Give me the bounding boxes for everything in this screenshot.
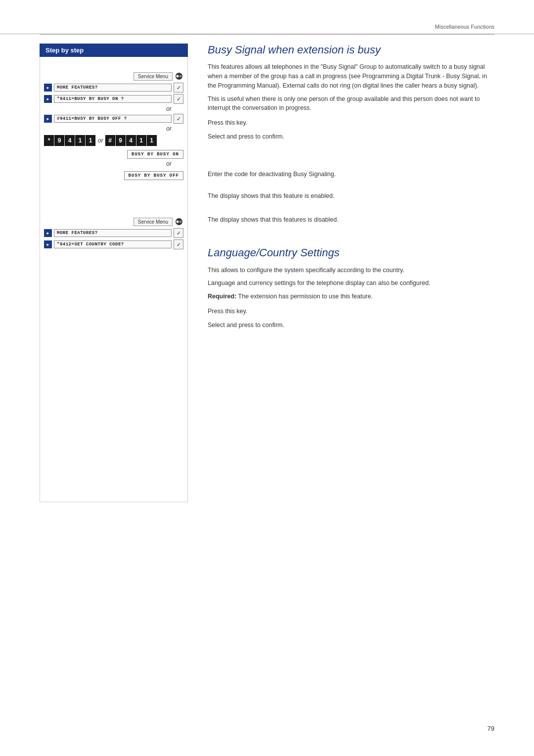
page-header: Miscellaneous Functions xyxy=(0,0,534,34)
step-by-step-body: Service Menu ► MORE FEATURES? ✓ ► *94 xyxy=(40,57,188,502)
key-1-3: 1 xyxy=(136,135,146,146)
check-btn-1[interactable]: ✓ xyxy=(174,83,183,93)
phone-icon-2 xyxy=(175,217,183,226)
instruction-text-5: The display shows that this features is … xyxy=(208,215,494,225)
section1-para2: This is useful when there is only one pe… xyxy=(208,94,494,113)
section2-body: This allows to configure the system spec… xyxy=(208,266,494,301)
or-row-2: or xyxy=(44,125,183,132)
check-btn-5[interactable]: ✓ xyxy=(174,239,183,249)
code-or: or xyxy=(98,137,103,144)
display-row-on: BUSY BY BUSY ON xyxy=(44,150,183,159)
or-row-1: or xyxy=(44,105,183,112)
svg-point-5 xyxy=(179,221,182,223)
instruction-row-1: Press this key. xyxy=(208,118,494,130)
busy-on-row: ► *9411=BUSY BY BUSY ON ? ✓ xyxy=(44,94,183,104)
arrow-icon-5[interactable]: ► xyxy=(44,240,52,248)
instruction-row-5: The display shows that this features is … xyxy=(208,215,494,227)
key-4-2: 4 xyxy=(126,135,136,146)
key-1-2: 1 xyxy=(86,135,95,146)
service-menu-row-2: Service Menu xyxy=(44,217,183,226)
or-row-3: or xyxy=(44,160,183,167)
instruction-row-4: The display shows that this feature is e… xyxy=(208,191,494,203)
more-features-row-2: ► MORE FEATURES? ✓ xyxy=(44,228,183,238)
code-keys-row: * 9 4 1 1 or # 9 4 1 1 xyxy=(44,135,183,146)
svg-point-1 xyxy=(177,75,179,78)
display-busy-on: BUSY BY BUSY ON xyxy=(127,150,183,159)
check-btn-2[interactable]: ✓ xyxy=(174,94,183,104)
arrow-icon-3[interactable]: ► xyxy=(44,115,52,123)
arrow-icon-2[interactable]: ► xyxy=(44,95,52,103)
more-features-row-1: ► MORE FEATURES? ✓ xyxy=(44,83,183,93)
display-row-off: BUSY BY BUSY OFF xyxy=(44,171,183,180)
instruction-row-6: Press this key. xyxy=(208,306,494,318)
arrow-icon-1[interactable]: ► xyxy=(44,84,52,92)
busy-off-row: ► #9411=BUSY BY BUSY OFF ? ✓ xyxy=(44,114,183,124)
spacer-2 xyxy=(208,157,494,169)
service-menu-btn-2[interactable]: Service Menu xyxy=(134,218,173,226)
service-menu-btn-1[interactable]: Service Menu xyxy=(134,72,173,81)
section2-required-rest: The extension has permission to use this… xyxy=(236,293,373,300)
section1-body: This features allows all telephones in t… xyxy=(208,62,494,113)
page-number: 79 xyxy=(488,725,494,732)
spacer-3 xyxy=(208,183,494,191)
right-column: Busy Signal when extension is busy This … xyxy=(198,35,494,502)
section2-required-bold: Required: xyxy=(208,293,236,300)
instruction-row-2: Select and press to confirm. xyxy=(208,132,494,143)
busy-on-label: *9411=BUSY BY BUSY ON ? xyxy=(54,95,172,103)
step-by-step-header: Step by step xyxy=(40,44,188,57)
key-1-4: 1 xyxy=(147,135,157,146)
left-column: Step by step Service Menu ► MORE FEATURE… xyxy=(40,35,198,502)
instruction-text-3: Enter the code for deactivating Busy Sig… xyxy=(208,169,494,179)
instruction-text-1: Press this key. xyxy=(208,118,494,128)
country-code-row: ► *9412=SET COUNTRY CODE? ✓ xyxy=(44,239,183,249)
instruction-text-2: Select and press to confirm. xyxy=(208,132,494,142)
display-busy-off: BUSY BY BUSY OFF xyxy=(124,171,183,180)
section2-title: Language/Country Settings xyxy=(208,246,494,259)
check-btn-3[interactable]: ✓ xyxy=(174,114,183,124)
more-features-label-2: MORE FEATURES? xyxy=(54,229,172,237)
busy-off-label: #9411=BUSY BY BUSY OFF ? xyxy=(54,115,172,123)
section2-para2: Language and currency settings for the t… xyxy=(208,279,494,288)
svg-point-4 xyxy=(177,221,179,223)
key-9-1: 9 xyxy=(54,135,64,146)
key-hash: # xyxy=(105,135,115,146)
instruction-row-3: Enter the code for deactivating Busy Sig… xyxy=(208,169,494,181)
section-gap xyxy=(208,229,494,246)
phone-icon-1 xyxy=(175,72,183,81)
service-menu-row-1: Service Menu xyxy=(44,72,183,81)
key-4-1: 4 xyxy=(65,135,75,146)
page-content: Step by step Service Menu ► MORE FEATURE… xyxy=(0,35,534,502)
section-label: Miscellaneous Functions xyxy=(435,24,494,30)
spacer-1 xyxy=(208,145,494,157)
spacer-4 xyxy=(208,205,494,215)
key-9-2: 9 xyxy=(116,135,126,146)
svg-point-2 xyxy=(179,75,182,78)
section1-para1: This features allows all telephones in t… xyxy=(208,62,494,90)
instruction-text-6: Press this key. xyxy=(208,306,494,316)
section2-para1: This allows to configure the system spec… xyxy=(208,266,494,275)
section2-para3: Required: The extension has permission t… xyxy=(208,292,494,301)
arrow-icon-4[interactable]: ► xyxy=(44,229,52,237)
more-features-label-1: MORE FEATURES? xyxy=(54,84,172,92)
spacer-between-sections xyxy=(44,182,183,211)
country-code-label: *9412=SET COUNTRY CODE? xyxy=(54,240,172,248)
section1-title: Busy Signal when extension is busy xyxy=(208,44,494,56)
instruction-text-7: Select and press to confirm. xyxy=(208,320,494,330)
instruction-text-4: The display shows that this feature is e… xyxy=(208,191,494,201)
check-btn-4[interactable]: ✓ xyxy=(174,228,183,238)
key-1-1: 1 xyxy=(75,135,85,146)
key-star: * xyxy=(44,135,54,146)
instruction-row-7: Select and press to confirm. xyxy=(208,320,494,332)
